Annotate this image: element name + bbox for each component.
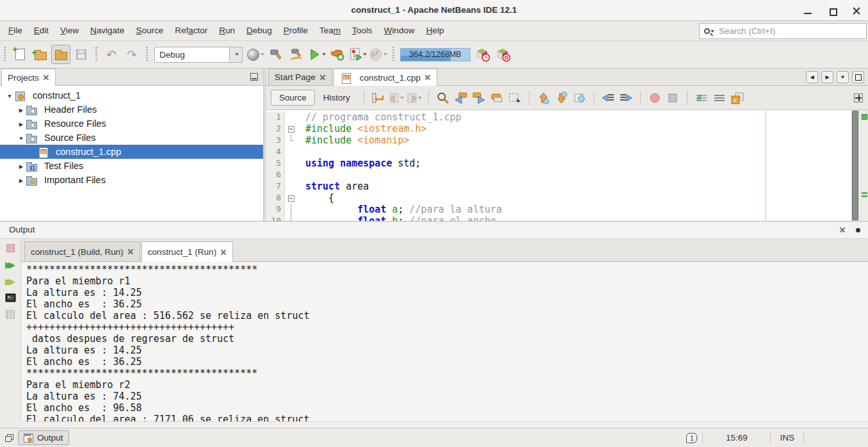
menu-run[interactable]: Run — [213, 21, 241, 40]
start-macro-recording-icon[interactable] — [647, 90, 663, 106]
float-window-icon[interactable] — [856, 228, 860, 232]
output-console[interactable]: ****************************************… — [21, 262, 868, 421]
history-view-button[interactable]: History — [315, 90, 358, 106]
code-line[interactable]: 1// programa construct_1.cpp — [266, 111, 851, 123]
scrollbar-thumb[interactable] — [852, 111, 858, 220]
close-tab-icon[interactable] — [424, 74, 431, 81]
search-icon[interactable] — [700, 28, 719, 34]
menu-help[interactable]: Help — [421, 21, 450, 40]
profile-dropdown-icon[interactable] — [363, 53, 367, 56]
code-line[interactable]: 2#include <iostream.h> — [266, 123, 851, 134]
shift-line-right-icon[interactable] — [618, 90, 634, 106]
tab-run-output[interactable]: construct_1 (Run) — [141, 241, 233, 262]
show-opened-documents-icon[interactable]: ▼ — [837, 71, 849, 83]
undo-button[interactable]: ↶ — [102, 45, 121, 64]
menu-refactor[interactable]: Refactor — [169, 21, 213, 40]
minimize-icon[interactable] — [803, 6, 813, 16]
next-bookmark-icon[interactable] — [554, 90, 569, 106]
tree-item-header-files[interactable]: Header Files — [0, 102, 263, 117]
expanded-arrow-icon[interactable] — [17, 134, 26, 142]
menu-team[interactable]: Team — [314, 21, 346, 40]
profile-project-button[interactable]: 3 — [348, 45, 367, 64]
close-output-icon[interactable] — [839, 227, 846, 233]
open-project-button[interactable] — [51, 45, 70, 64]
restore-group-icon[interactable] — [5, 434, 13, 441]
menu-file[interactable]: File — [3, 21, 28, 40]
output-horizontal-scrollbar[interactable] — [21, 421, 868, 428]
new-file-button[interactable] — [10, 45, 29, 64]
close-icon[interactable] — [851, 6, 862, 16]
tree-item-important-files[interactable]: Important Files — [0, 173, 263, 187]
menu-view[interactable]: View — [54, 21, 84, 40]
last-edit-location-icon[interactable] — [371, 90, 386, 106]
go-to-header-source-icon[interactable]: hc — [730, 90, 745, 106]
tree-item-construct-1-cpp[interactable]: construct_1.cpp — [0, 145, 263, 159]
maximize-editor-icon[interactable] — [852, 71, 864, 83]
previous-bookmark-icon[interactable] — [536, 90, 551, 106]
open-in-terminal-button[interactable] — [3, 291, 18, 305]
tab-build-run-output[interactable]: construct_1 (Build, Run) — [24, 241, 140, 261]
code-line[interactable]: 10 float b; //para el ancho — [266, 215, 851, 221]
toolbar-handle[interactable] — [4, 47, 6, 62]
code-line[interactable]: 7struct area — [266, 181, 851, 192]
attach-profiler-button[interactable] — [369, 45, 388, 64]
search-box[interactable] — [699, 23, 867, 39]
build-project-button[interactable] — [266, 45, 285, 64]
menu-navigate[interactable]: Navigate — [84, 21, 130, 40]
profiling-point-reset-button[interactable] — [494, 45, 513, 64]
uncomment-icon[interactable] — [712, 90, 727, 106]
error-stripe[interactable] — [860, 110, 868, 221]
rerun-button[interactable]: ▶▶ — [3, 257, 18, 272]
code-line[interactable]: 3#include <iomanip> — [266, 134, 851, 146]
collapsed-arrow-icon[interactable] — [17, 163, 26, 170]
expanded-arrow-icon[interactable] — [5, 92, 14, 99]
collapsed-arrow-icon[interactable] — [17, 177, 26, 184]
rectangular-selection-icon[interactable] — [507, 90, 522, 106]
clean-build-project-button[interactable] — [287, 45, 306, 64]
notifications-icon[interactable]: 1 — [686, 433, 697, 443]
minimize-panel-icon[interactable] — [250, 73, 258, 81]
tree-item-test-files[interactable]: tTest Files — [0, 159, 263, 173]
stripe-mark[interactable] — [862, 192, 867, 194]
tab-construct-1-cpp[interactable]: construct_1.cpp — [334, 69, 437, 86]
forward-icon[interactable] — [406, 90, 422, 106]
code-line[interactable]: 5using namespace std; — [266, 158, 851, 169]
tab-projects[interactable]: Projects — [1, 69, 56, 86]
configuration-select[interactable]: Debug — [154, 47, 243, 63]
search-input[interactable] — [719, 26, 866, 36]
tree-item-construct-1[interactable]: construct_1 — [0, 88, 263, 102]
code-line[interactable]: 8 { — [266, 192, 851, 204]
memory-indicator[interactable]: 364.2/1268MB — [400, 48, 470, 61]
back-icon[interactable] — [389, 90, 404, 106]
tree-item-source-files[interactable]: Source Files — [0, 131, 263, 145]
fold-start-icon[interactable] — [285, 192, 299, 204]
scroll-tabs-right-icon[interactable]: ▶ — [821, 71, 833, 83]
toggle-bookmark-icon[interactable] — [572, 90, 587, 106]
close-tab-icon[interactable] — [43, 74, 49, 81]
code-editor[interactable]: 1// programa construct_1.cpp2#include <i… — [266, 110, 868, 221]
menu-debug[interactable]: Debug — [241, 21, 278, 40]
tree-item-resource-files[interactable]: Resource Files — [0, 117, 263, 131]
restore-icon[interactable] — [827, 6, 837, 16]
next-occurrence-icon[interactable] — [471, 90, 486, 106]
output-window-toggle-button[interactable]: Output — [18, 430, 69, 445]
toolbar-handle[interactable] — [392, 47, 394, 62]
configuration-dropdown-icon[interactable] — [229, 47, 242, 62]
menu-profile[interactable]: Profile — [278, 21, 314, 40]
debug-project-button[interactable] — [328, 45, 347, 64]
profiling-point-time-button[interactable] — [473, 45, 492, 64]
toolbar-handle[interactable] — [146, 47, 148, 62]
menu-tools[interactable]: Tools — [346, 21, 378, 40]
run-dropdown-icon[interactable] — [322, 53, 326, 56]
save-all-button[interactable] — [72, 45, 91, 64]
toolbar-handle[interactable] — [95, 47, 97, 62]
collapsed-arrow-icon[interactable] — [17, 120, 26, 127]
set-configuration-button[interactable] — [246, 45, 265, 64]
editor-vertical-scrollbar[interactable] — [851, 110, 859, 221]
find-icon[interactable] — [435, 90, 451, 106]
scroll-tabs-left-icon[interactable]: ◀ — [806, 71, 818, 83]
menu-window[interactable]: Window — [378, 21, 421, 40]
comment-icon[interactable]: // — [694, 90, 709, 106]
tab-start-page[interactable]: Start Page — [268, 69, 332, 85]
split-document-icon[interactable] — [854, 93, 863, 102]
